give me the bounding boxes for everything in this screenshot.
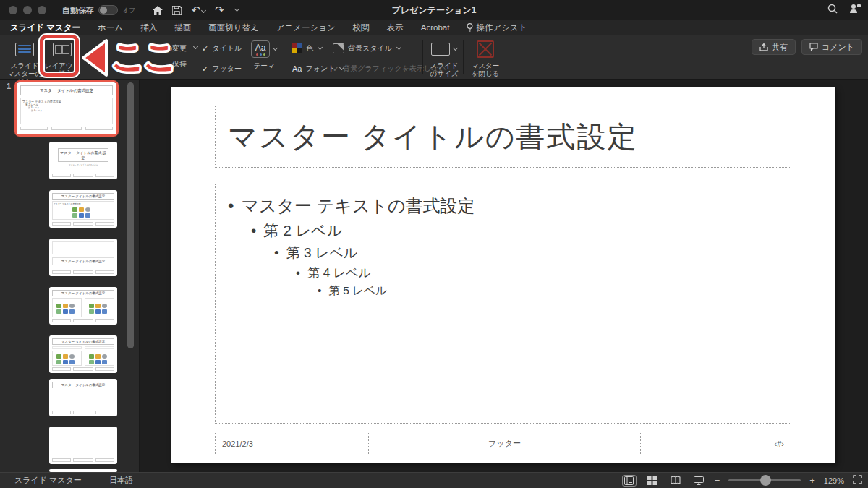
redo-button[interactable]: ↷ [215, 4, 224, 17]
tab-home[interactable]: ホーム [98, 22, 123, 33]
colors-icon [292, 43, 302, 53]
footer-placeholder[interactable]: フッター [391, 432, 618, 455]
slide-title-text: マスター タイトルの書式設定 [216, 117, 638, 157]
close-master-label-2: を閉じる [472, 69, 500, 77]
group-divider [284, 40, 284, 74]
reading-view-button[interactable] [668, 475, 683, 487]
tab-review[interactable]: 校閲 [353, 22, 370, 33]
statusbar-view-label: スライド マスター [14, 475, 82, 486]
slide-master-icon [15, 43, 34, 56]
close-master-button[interactable]: マスター を閉じる [466, 39, 505, 78]
thumbnail-layout-comparison[interactable]: マスター タイトルの書式設定 [49, 335, 117, 373]
minimize-window-button[interactable] [23, 6, 32, 14]
comments-button[interactable]: コメント [801, 39, 862, 55]
account-avatar-icon[interactable] [849, 4, 861, 17]
tab-animations[interactable]: アニメーション [276, 22, 336, 33]
background-styles-button[interactable]: 背景スタイル [333, 43, 401, 53]
slideshow-view-button[interactable] [692, 475, 706, 487]
statusbar-language[interactable]: 日本語 [109, 475, 133, 486]
content-placeholder-icons [89, 304, 107, 314]
insert-layout-button[interactable]: + レイアウト の挿入 [42, 39, 82, 78]
zoom-out-button[interactable]: − [715, 475, 720, 486]
zoom-slider[interactable] [728, 479, 801, 481]
slide-editor-area: マスター タイトルの書式設定 •マスター テキストの書式設定 •第 2 レベル … [140, 80, 868, 472]
tab-insert[interactable]: 挿入 [140, 22, 157, 33]
slide-number-placeholder[interactable]: ‹#› [640, 432, 791, 455]
zoom-slider-knob[interactable] [760, 475, 771, 486]
slide-size-button[interactable]: スライド のサイズ [425, 39, 463, 78]
undo-chevron-icon[interactable] [201, 8, 206, 13]
content-placeholder-icons [56, 354, 75, 364]
themes-button[interactable]: Aa テーマ [246, 39, 282, 69]
footer-checkbox[interactable]: ✓ フッター [202, 64, 242, 74]
colors-chevron-icon[interactable] [318, 44, 323, 49]
group-divider [422, 40, 423, 74]
title-checkbox[interactable]: ✓ タイトル [202, 43, 242, 53]
date-placeholder[interactable]: 2021/2/3 [215, 432, 369, 455]
bullet-level-5: •第 5 レベル [318, 283, 791, 299]
autosave-toggle[interactable] [98, 5, 118, 15]
themes-chevron-icon[interactable] [273, 45, 278, 50]
insert-layout-icon [53, 43, 72, 56]
save-icon[interactable] [172, 6, 182, 15]
thumbnail-layout-title-slide[interactable]: マスター タイトルの書式 設定 マスター サブタイトルの書式設定 [49, 142, 117, 179]
content-placeholder-icons [72, 207, 90, 218]
undo-button[interactable]: ↶ [191, 4, 205, 17]
thumbnail-layout-title-only[interactable]: マスター タイトルの書式設定 [49, 379, 117, 416]
slide-size-label-2: のサイズ [430, 69, 459, 77]
body-placeholder[interactable]: •マスター テキストの書式設定 •第 2 レベル •第 3 レベル •第 4 レ… [215, 184, 791, 424]
autosave-control[interactable]: 自動保存 オフ [62, 5, 135, 16]
share-icon [760, 43, 768, 51]
tab-view[interactable]: 表示 [387, 22, 404, 33]
normal-view-button[interactable] [622, 475, 637, 487]
fit-slide-to-window-button[interactable] [853, 475, 862, 486]
home-icon[interactable] [153, 6, 163, 15]
slide-sorter-view-button[interactable] [645, 475, 660, 487]
title-placeholder[interactable]: マスター タイトルの書式設定 [215, 106, 791, 168]
tab-slide-master[interactable]: スライド マスター [10, 22, 80, 33]
thumbnail-layout-two-content[interactable]: マスター タイトルの書式設定 [49, 287, 117, 325]
tab-tell-me[interactable]: 操作アシスト [467, 22, 527, 33]
thumbnail-layout-title-content[interactable]: マスター タイトルの書式設定 マスター テキストの書式設定 [49, 190, 117, 228]
colors-button[interactable]: 色 [292, 43, 322, 53]
share-button[interactable]: 共有 [752, 39, 796, 55]
zoom-in-button[interactable]: + [809, 475, 815, 486]
content-placeholder-icons [89, 354, 107, 364]
check-icon: ✓ [333, 64, 339, 74]
slide-size-icon [431, 43, 450, 56]
tab-acrobat[interactable]: Acrobat [421, 23, 450, 32]
toolbar-options-chevron-icon[interactable] [234, 6, 239, 11]
thumbnail-master[interactable]: マスター タイトルの書式設定 マスター テキストの書式設定 第 2 レベル 第 … [17, 82, 116, 134]
background-styles-icon [333, 43, 344, 53]
preserve-button[interactable]: 保持 [172, 59, 187, 69]
comment-icon [809, 43, 818, 51]
insert-slide-master-label-1: スライド [11, 61, 39, 69]
toggle-knob [100, 7, 107, 14]
autosave-label: 自動保存 [62, 5, 94, 16]
ribbon: スライド マスターの挿入 + レイアウト の挿入 名前の変更 保持 ✓ タイトル… [0, 35, 868, 80]
group-divider [242, 40, 242, 74]
slide-size-label-1: スライド [430, 61, 459, 69]
theme-icon: Aa [251, 40, 270, 58]
autosave-state: オフ [122, 6, 135, 15]
background-styles-chevron-icon[interactable] [396, 44, 401, 49]
ribbon-tabs: スライド マスター ホーム 挿入 描画 画面切り替え アニメーション 校閲 表示… [0, 20, 868, 35]
bullet-level-3: •第 3 レベル [274, 244, 791, 262]
thumbnail-layout-section-header[interactable]: マスター タイトルの書式設定 [49, 239, 117, 276]
tab-draw[interactable]: 描画 [174, 22, 191, 33]
thumbnail-layout-blank[interactable] [49, 427, 117, 464]
tab-transitions[interactable]: 画面切り替え [208, 22, 259, 33]
thumbnail-scrollbar[interactable] [127, 82, 134, 348]
footer-text: フッター [482, 438, 527, 449]
slide-size-chevron-icon[interactable] [453, 45, 458, 50]
content-placeholder-icons [56, 304, 75, 314]
zoom-window-button[interactable] [38, 6, 46, 14]
zoom-percentage[interactable]: 129% [824, 476, 844, 485]
search-icon[interactable] [827, 4, 838, 17]
themes-label: テーマ [254, 61, 275, 69]
slide-canvas[interactable]: マスター タイトルの書式設定 •マスター テキストの書式設定 •第 2 レベル … [171, 87, 835, 463]
rename-button[interactable]: 名前の変更 [150, 43, 187, 53]
hidden-dropdown-chevron-icon[interactable] [193, 44, 198, 49]
lightbulb-icon [467, 23, 473, 32]
close-window-button[interactable] [9, 6, 17, 14]
